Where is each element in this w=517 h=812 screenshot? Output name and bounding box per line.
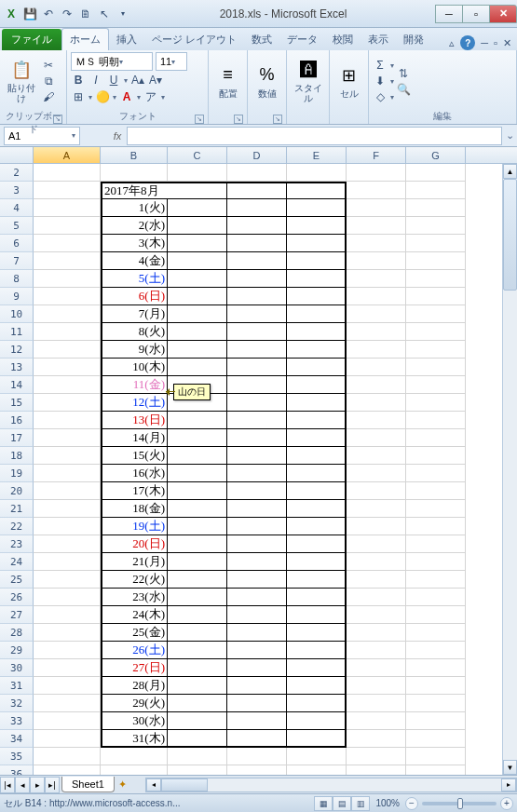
cell[interactable] [168, 270, 227, 288]
cell[interactable] [287, 553, 347, 571]
next-sheet-icon[interactable]: ▸ [30, 777, 45, 793]
cell[interactable] [227, 748, 287, 765]
cell[interactable] [287, 252, 347, 270]
cell[interactable]: 11(金) [101, 376, 168, 394]
cell[interactable] [34, 164, 101, 182]
cell[interactable] [168, 730, 227, 748]
dialog-launcher-icon[interactable]: ↘ [53, 115, 62, 124]
cell[interactable]: 14(月) [101, 429, 168, 447]
cell[interactable] [168, 482, 227, 500]
cell[interactable] [168, 553, 227, 571]
cell[interactable] [227, 235, 287, 252]
cell[interactable] [168, 765, 227, 775]
cell[interactable] [406, 429, 466, 447]
maximize-button[interactable]: ▫ [462, 5, 490, 23]
underline-icon[interactable]: U [106, 73, 121, 88]
sort-filter-icon[interactable]: ⇅ [396, 66, 411, 81]
cell[interactable] [406, 217, 466, 235]
cell[interactable] [406, 589, 466, 606]
cell[interactable] [168, 748, 227, 765]
print-preview-icon[interactable]: 🗎 [78, 7, 93, 21]
cell[interactable] [406, 659, 466, 677]
cell[interactable] [406, 199, 466, 217]
cell[interactable] [227, 712, 287, 730]
cell[interactable] [227, 164, 287, 182]
cell[interactable] [347, 659, 406, 677]
row-header[interactable]: 24 [0, 553, 34, 571]
cell[interactable]: 24(木) [101, 606, 168, 624]
close-button[interactable]: ✕ [489, 5, 517, 23]
cell[interactable] [347, 606, 406, 624]
cell[interactable] [287, 376, 347, 394]
row-header[interactable]: 25 [0, 571, 34, 589]
cell[interactable] [347, 482, 406, 500]
cell[interactable] [347, 624, 406, 642]
cell[interactable] [168, 659, 227, 677]
cell[interactable] [347, 571, 406, 589]
row-header[interactable]: 8 [0, 270, 34, 288]
row-header[interactable]: 11 [0, 323, 34, 341]
cell[interactable] [227, 447, 287, 465]
cell[interactable] [34, 571, 101, 589]
formula-tab[interactable]: 数式 [244, 29, 279, 50]
cell[interactable]: 8(火) [101, 323, 168, 341]
row-header[interactable]: 31 [0, 677, 34, 695]
format-painter-icon[interactable]: 🖌 [41, 89, 56, 104]
italic-icon[interactable]: I [88, 73, 103, 88]
cell[interactable] [34, 659, 101, 677]
cell[interactable] [34, 376, 101, 394]
cell[interactable] [406, 748, 466, 765]
review-tab[interactable]: 校閲 [325, 29, 361, 50]
help-icon[interactable]: ? [460, 35, 475, 50]
cell[interactable]: 3(木) [101, 235, 168, 252]
cell[interactable] [287, 412, 347, 429]
cell[interactable] [34, 252, 101, 270]
cell[interactable]: 7(月) [101, 305, 168, 323]
cell[interactable] [168, 252, 227, 270]
row-header[interactable]: 9 [0, 288, 34, 305]
cell[interactable] [347, 341, 406, 359]
cell[interactable]: 10(木) [101, 359, 168, 376]
cell[interactable] [227, 288, 287, 305]
row-header[interactable]: 15 [0, 394, 34, 412]
cell[interactable] [406, 482, 466, 500]
cell[interactable] [287, 199, 347, 217]
cell[interactable] [347, 305, 406, 323]
cell[interactable] [168, 571, 227, 589]
find-icon[interactable]: 🔍 [396, 82, 411, 97]
cell[interactable] [168, 518, 227, 535]
cell[interactable] [406, 677, 466, 695]
cell[interactable] [34, 677, 101, 695]
cell[interactable] [406, 500, 466, 518]
border-icon[interactable]: ⊞ [71, 89, 86, 104]
cell[interactable] [227, 394, 287, 412]
cell[interactable]: 25(金) [101, 624, 168, 642]
cell[interactable] [227, 535, 287, 553]
cell[interactable] [287, 465, 347, 482]
cell[interactable]: 5(土) [101, 270, 168, 288]
cell[interactable] [168, 305, 227, 323]
cell[interactable] [347, 642, 406, 659]
cell[interactable] [34, 589, 101, 606]
cell[interactable] [227, 305, 287, 323]
cell[interactable]: 2017年8月 [101, 182, 168, 199]
cell[interactable] [287, 642, 347, 659]
cell[interactable] [227, 553, 287, 571]
cell[interactable] [168, 677, 227, 695]
workbook-close-icon[interactable]: ✕ [503, 37, 511, 49]
cell[interactable] [168, 182, 227, 199]
cell[interactable] [347, 164, 406, 182]
cell[interactable] [227, 624, 287, 642]
cell[interactable] [287, 712, 347, 730]
formula-input[interactable] [127, 127, 502, 145]
grid-rows[interactable]: 232017年8月41(火)52(水)63(木)74(金)85(土)96(日)1… [0, 164, 502, 775]
cell[interactable] [168, 235, 227, 252]
cell[interactable]: 6(日) [101, 288, 168, 305]
cell[interactable] [34, 199, 101, 217]
select-all-corner[interactable] [0, 147, 34, 163]
row-header[interactable]: 18 [0, 447, 34, 465]
cell[interactable] [227, 589, 287, 606]
cell[interactable] [227, 642, 287, 659]
cell[interactable] [34, 359, 101, 376]
cell[interactable] [227, 677, 287, 695]
